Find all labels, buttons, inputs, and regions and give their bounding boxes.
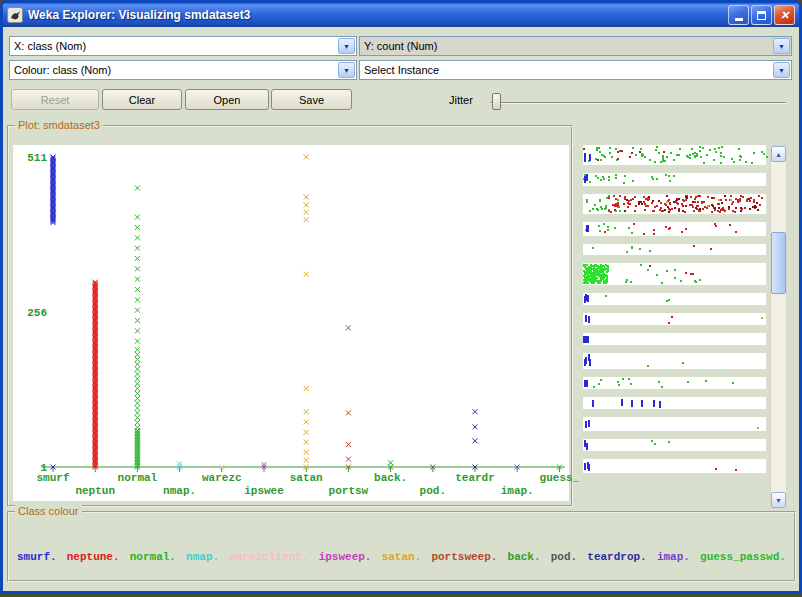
- select-instance-combo[interactable]: Select Instance ▼: [359, 60, 792, 80]
- data-point: [735, 231, 737, 233]
- chevron-glyph: ▼: [343, 67, 350, 74]
- data-point: [585, 421, 587, 428]
- attribute-strip-12[interactable]: [583, 417, 766, 431]
- data-point: [756, 202, 758, 204]
- close-button[interactable]: ✕: [774, 5, 795, 25]
- scatter-points-normal[interactable]: [135, 186, 140, 470]
- attribute-strip-5[interactable]: [583, 263, 766, 285]
- titlebar[interactable]: Weka Explorer: Visualizing smdataset3 ✕: [3, 3, 799, 27]
- data-point: [593, 282, 595, 284]
- legend-item-guess_passwd[interactable]: guess_passwd.: [700, 551, 786, 563]
- x-attribute-select[interactable]: X: class (Nom) ▼: [9, 36, 357, 56]
- attribute-strip-1[interactable]: [583, 173, 766, 186]
- window-title: Weka Explorer: Visualizing smdataset3: [28, 8, 250, 22]
- data-point: [596, 149, 598, 151]
- data-point: [699, 146, 701, 148]
- attribute-strip-9[interactable]: [583, 353, 766, 369]
- scatter-points-neptune[interactable]: [93, 280, 98, 470]
- attribute-strip-14[interactable]: [583, 459, 766, 473]
- data-point: [651, 440, 653, 442]
- data-point: [745, 161, 747, 163]
- legend-item-normal[interactable]: normal.: [130, 551, 176, 563]
- jitter-slider-handle[interactable]: [492, 93, 501, 110]
- data-point: [665, 174, 667, 176]
- legend-item-smurf[interactable]: smurf.: [17, 551, 57, 563]
- legend-item-ipsweep[interactable]: ipsweep.: [319, 551, 372, 563]
- attribute-strip-11[interactable]: [583, 397, 766, 409]
- data-point: [656, 178, 658, 180]
- data-point: [659, 209, 661, 211]
- legend-item-satan[interactable]: satan.: [382, 551, 422, 563]
- scroll-up-icon[interactable]: ▲: [771, 146, 786, 162]
- data-point: [630, 281, 632, 283]
- chevron-down-icon[interactable]: ▼: [773, 62, 790, 78]
- data-point: [654, 161, 656, 163]
- data-point: [678, 210, 680, 212]
- data-point: [592, 247, 594, 249]
- scatter-plot[interactable]: 5112561smurfneptunnormalnmap.warezcipswe…: [13, 145, 569, 501]
- attribute-strip-7[interactable]: [583, 313, 766, 325]
- data-point: [617, 202, 619, 204]
- attribute-strip-0[interactable]: [583, 145, 766, 165]
- legend-item-back[interactable]: back.: [508, 551, 541, 563]
- attribute-strip-10[interactable]: [583, 377, 766, 389]
- attribute-panel-scrollbar[interactable]: ▲ ▼: [770, 145, 787, 509]
- data-point: [608, 197, 610, 199]
- attribute-panel[interactable]: [583, 145, 769, 509]
- attribute-strip-3[interactable]: [583, 222, 766, 236]
- clear-button[interactable]: Clear: [102, 89, 182, 110]
- data-point: [586, 174, 588, 181]
- chevron-down-icon[interactable]: ▼: [338, 62, 355, 78]
- data-point: [668, 228, 670, 230]
- attribute-strip-8[interactable]: [583, 333, 766, 345]
- scrollbar-thumb[interactable]: [771, 232, 786, 294]
- close-icon: ✕: [780, 10, 789, 21]
- data-point: [711, 211, 713, 213]
- data-point: [639, 248, 641, 250]
- chevron-glyph: ▼: [778, 43, 785, 50]
- attribute-strip-13[interactable]: [583, 439, 766, 451]
- data-point: [602, 268, 604, 270]
- legend-item-nmap[interactable]: nmap.: [186, 551, 219, 563]
- legend-item-teardrop[interactable]: teardrop.: [587, 551, 646, 563]
- scatter-points-smurf[interactable]: [51, 155, 56, 470]
- data-point: [714, 223, 716, 225]
- legend-item-portsweep[interactable]: portsweep.: [431, 551, 497, 563]
- data-point: [584, 176, 586, 183]
- maximize-button[interactable]: [751, 5, 772, 25]
- scatter-points-portsweep[interactable]: [346, 325, 351, 469]
- data-point: [628, 378, 630, 380]
- legend-item-warezclient[interactable]: warezclient.: [229, 551, 308, 563]
- open-button[interactable]: Open: [185, 89, 269, 110]
- colour-attribute-select[interactable]: Colour: class (Nom) ▼: [9, 60, 357, 80]
- data-point: [603, 178, 605, 180]
- data-point: [584, 272, 586, 274]
- data-point: [694, 201, 696, 203]
- data-point: [740, 207, 742, 209]
- attribute-strip-4[interactable]: [583, 244, 766, 255]
- attribute-strip-2[interactable]: [583, 194, 766, 214]
- scatter-points-teardrop[interactable]: [473, 409, 478, 469]
- legend-item-pod[interactable]: pod.: [551, 551, 577, 563]
- scatter-points-satan[interactable]: [304, 155, 309, 470]
- attribute-strip-6[interactable]: [583, 293, 766, 305]
- y-attribute-select[interactable]: Y: count (Num) ▼: [359, 36, 792, 56]
- legend-item-imap[interactable]: imap.: [657, 551, 690, 563]
- save-button[interactable]: Save: [271, 89, 352, 110]
- data-point: [599, 151, 601, 153]
- x-category-label-ipsweep: ipswee: [244, 485, 284, 497]
- scroll-down-icon[interactable]: ▼: [771, 492, 786, 508]
- minimize-button[interactable]: [728, 5, 749, 25]
- x-attribute-value: X: class (Nom): [10, 40, 338, 52]
- data-point: [671, 316, 673, 318]
- data-point: [626, 251, 628, 253]
- plot-canvas[interactable]: 5112561smurfneptunnormalnmap.warezcipswe…: [13, 145, 569, 501]
- data-point: [598, 270, 600, 272]
- data-point: [635, 154, 637, 156]
- jitter-slider[interactable]: [490, 102, 786, 104]
- x-category-label-nmap: nmap.: [163, 485, 196, 497]
- chevron-down-icon[interactable]: ▼: [773, 38, 790, 54]
- chevron-down-icon[interactable]: ▼: [338, 38, 355, 54]
- data-point: [619, 195, 621, 197]
- legend-item-neptune[interactable]: neptune.: [67, 551, 120, 563]
